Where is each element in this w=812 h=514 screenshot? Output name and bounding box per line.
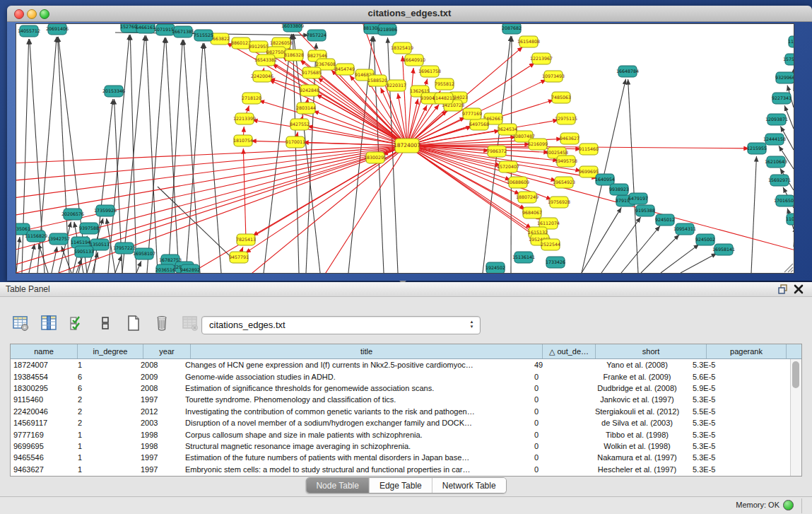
close-panel-icon[interactable] <box>792 284 805 295</box>
column-header-name[interactable]: name <box>11 344 78 358</box>
graph-node[interactable]: 17016504 <box>774 195 794 206</box>
graph-node[interactable]: 15692971 <box>768 175 791 186</box>
graph-node[interactable]: 8860123 <box>231 37 251 49</box>
delete-button[interactable] <box>151 313 172 334</box>
graph-node[interactable]: 12213967 <box>530 53 553 64</box>
graph-node[interactable]: 1112485 <box>788 36 794 47</box>
graph-node[interactable]: 19495758 <box>555 156 577 167</box>
graph-node[interactable]: 12213399 <box>233 113 256 124</box>
window-titlebar[interactable]: citations_edges.txt <box>7 6 812 22</box>
table-row[interactable]: 1938455462009Genome-wide association stu… <box>11 370 791 382</box>
graph-node[interactable]: 9245012 <box>655 214 675 226</box>
graph-node[interactable]: 2036516 <box>155 264 175 273</box>
scrollbar-thumb[interactable] <box>792 361 799 388</box>
graph-node[interactable]: 11156829 <box>25 230 47 242</box>
graph-node[interactable]: 2718120 <box>242 93 261 104</box>
graph-node[interactable]: 1810754 <box>233 135 253 146</box>
graph-node[interactable]: 18300295 <box>364 152 387 163</box>
column-header-pagerank[interactable]: pagerank <box>707 344 787 358</box>
graph-node[interactable]: 16033809 <box>281 24 304 32</box>
tab-edge-table[interactable]: Edge Table <box>370 478 433 493</box>
graph-node[interactable]: 9938923 <box>609 184 629 195</box>
table-row[interactable]: 977716911998Corpus callosum shape and si… <box>11 428 791 440</box>
memory-status-icon[interactable] <box>783 500 794 510</box>
graph-node[interactable]: 6479197 <box>628 193 648 204</box>
table-selector-dropdown[interactable]: citations_edges.txt ▲▼ <box>201 316 481 334</box>
table-row[interactable]: 946362711997Embryonic stem cells: a mode… <box>11 464 791 475</box>
graph-node[interactable]: 20691406 <box>46 24 69 35</box>
graph-node[interactable]: 9457791 <box>229 252 249 263</box>
table-row[interactable]: 911546021997Tourette syndrome. Phenomeno… <box>11 394 791 405</box>
graph-node[interactable]: 22420046 <box>251 71 273 82</box>
column-header-short[interactable]: short <box>596 344 707 358</box>
table-row[interactable]: 2242004622012Investigating the contribut… <box>11 406 791 417</box>
graph-node[interactable]: 1640954 <box>595 174 615 185</box>
table-settings-button[interactable] <box>10 313 31 334</box>
graph-node[interactable]: 7515525 <box>194 30 213 41</box>
graph-node[interactable]: 7857224 <box>307 30 326 41</box>
graph-node[interactable]: 9115460 <box>579 144 599 155</box>
graph-node[interactable]: 16671385 <box>172 26 194 37</box>
graph-node[interactable]: 20153346 <box>102 86 125 97</box>
graph-node[interactable]: 5905133 <box>74 246 94 257</box>
graph-node[interactable]: 9329966 <box>775 72 794 83</box>
graph-node[interactable]: 6216099 <box>528 139 548 150</box>
graph-node[interactable]: 10973493 <box>542 71 565 82</box>
graph-node[interactable]: 1107533 <box>786 214 794 225</box>
graph-node[interactable]: 9777169 <box>462 108 482 119</box>
graph-node[interactable]: 12444158 <box>763 134 786 145</box>
graph-node[interactable]: 18724007 <box>394 139 420 153</box>
graph-node[interactable]: 9684067 <box>522 207 542 218</box>
table-scrollbar[interactable] <box>790 359 801 476</box>
graph-node[interactable]: 16958107 <box>133 248 155 259</box>
table-row[interactable]: 1830029562008Estimation of significance … <box>11 382 791 394</box>
row-height-button[interactable] <box>95 313 116 334</box>
graph-node[interactable]: 2803144 <box>296 103 316 114</box>
graph-node[interactable]: 16648784 <box>616 66 639 77</box>
graph-node[interactable]: 1215955 <box>747 143 767 154</box>
graph-node[interactable]: 16640910 <box>403 54 425 66</box>
graph-node[interactable]: 8427552 <box>290 119 310 130</box>
graph-node[interactable]: 15751074 <box>783 54 794 65</box>
graph-node[interactable]: 9175685 <box>302 67 322 78</box>
graph-node[interactable]: 18325419 <box>391 42 413 54</box>
graph-node[interactable]: 12975115 <box>555 113 577 124</box>
new-table-button[interactable] <box>123 313 144 334</box>
table-row[interactable]: 969969511998Structural magnetic resonanc… <box>11 440 791 452</box>
graph-node[interactable]: 16543382 <box>254 54 277 66</box>
graph-node[interactable]: 16210643 <box>765 156 787 168</box>
column-header-in_degree[interactable]: in_degree <box>78 344 143 358</box>
column-header-out_degree[interactable]: △ out_de… <box>543 344 596 358</box>
graph-node[interactable]: 1733426 <box>546 257 565 268</box>
graph-node[interactable]: 16961758 <box>418 66 441 77</box>
graph-node[interactable]: 18807249 <box>516 192 539 203</box>
graph-node[interactable]: 16154808 <box>517 36 540 47</box>
graph-node[interactable]: 19756928 <box>548 197 570 208</box>
graph-node[interactable]: 12093871 <box>765 114 788 125</box>
graph-node[interactable]: 8186328 <box>284 49 304 61</box>
graph-node[interactable]: 1924502 <box>486 262 505 273</box>
graph-node[interactable]: 9170011 <box>286 136 305 148</box>
graph-node[interactable]: 9397588 <box>79 223 99 234</box>
column-header-year[interactable]: year <box>143 344 191 358</box>
graph-node[interactable]: 3624534 <box>498 124 517 135</box>
graph-node[interactable]: 9195388 <box>635 205 655 216</box>
graph-node[interactable]: 10954311 <box>673 223 696 235</box>
graph-node[interactable]: 17359928 <box>94 205 117 216</box>
graph-node[interactable]: 6466161 <box>136 24 155 33</box>
graph-node[interactable]: 11448213 <box>433 93 455 104</box>
select-columns-button[interactable] <box>66 313 88 334</box>
table-row[interactable]: 1456911722003Disruption of a novel membe… <box>11 417 791 428</box>
tab-node-table[interactable]: Node Table <box>306 478 370 493</box>
graph-node[interactable]: 9462892 <box>180 264 200 273</box>
graph-node[interactable]: 20206576 <box>61 209 84 220</box>
graph-node[interactable]: 19654923 <box>553 177 575 188</box>
graph-node[interactable]: 9227343 <box>772 93 792 104</box>
table-row[interactable]: 1872400712008Changes of HCN gene express… <box>11 359 791 370</box>
graph-node[interactable]: 14055712 <box>18 25 40 37</box>
resize-grip-icon[interactable] <box>784 264 793 272</box>
graph-node[interactable]: 2522544 <box>541 239 560 250</box>
float-panel-icon[interactable] <box>777 284 789 295</box>
graph-node[interactable]: 15136141 <box>512 252 535 263</box>
graph-node[interactable]: 7825413 <box>236 234 256 245</box>
